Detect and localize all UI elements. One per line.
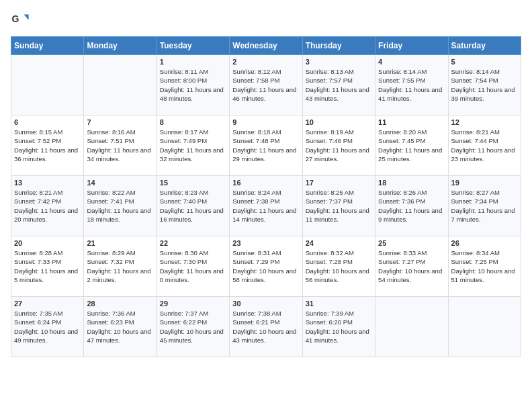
calendar-cell	[448, 297, 521, 357]
day-info: Sunrise: 8:18 AM Sunset: 7:48 PM Dayligh…	[232, 128, 299, 163]
day-info: Sunrise: 8:30 AM Sunset: 7:30 PM Dayligh…	[160, 248, 226, 284]
calendar-cell: 22Sunrise: 8:30 AM Sunset: 7:30 PM Dayli…	[157, 236, 229, 297]
day-info: Sunrise: 7:37 AM Sunset: 6:22 PM Dayligh…	[160, 309, 226, 345]
day-info: Sunrise: 8:32 AM Sunset: 7:28 PM Dayligh…	[306, 248, 372, 284]
svg-marker-1	[24, 15, 29, 20]
calendar-cell: 25Sunrise: 8:33 AM Sunset: 7:27 PM Dayli…	[375, 236, 448, 297]
day-number: 18	[378, 179, 445, 187]
day-info: Sunrise: 8:14 AM Sunset: 7:54 PM Dayligh…	[451, 67, 518, 103]
day-number: 16	[232, 179, 299, 187]
calendar-cell: 19Sunrise: 8:27 AM Sunset: 7:34 PM Dayli…	[448, 176, 521, 236]
calendar-cell: 3Sunrise: 8:13 AM Sunset: 7:57 PM Daylig…	[302, 55, 375, 116]
day-info: Sunrise: 8:20 AM Sunset: 7:45 PM Dayligh…	[378, 128, 445, 163]
day-number: 27	[14, 300, 81, 308]
calendar-cell: 11Sunrise: 8:20 AM Sunset: 7:45 PM Dayli…	[375, 116, 448, 176]
day-info: Sunrise: 8:13 AM Sunset: 7:57 PM Dayligh…	[306, 67, 372, 103]
calendar-cell: 26Sunrise: 8:34 AM Sunset: 7:25 PM Dayli…	[448, 236, 521, 297]
day-info: Sunrise: 7:35 AM Sunset: 6:24 PM Dayligh…	[14, 309, 81, 345]
day-info: Sunrise: 8:15 AM Sunset: 7:52 PM Dayligh…	[14, 128, 81, 163]
day-number: 25	[378, 239, 445, 247]
logo: G	[11, 11, 32, 30]
day-number: 21	[87, 239, 153, 247]
day-number: 6	[14, 118, 81, 126]
day-number: 12	[451, 118, 518, 126]
header-thursday: Thursday	[302, 37, 375, 55]
calendar-cell: 31Sunrise: 7:39 AM Sunset: 6:20 PM Dayli…	[302, 297, 375, 357]
day-number: 28	[87, 300, 153, 308]
calendar-cell: 7Sunrise: 8:16 AM Sunset: 7:51 PM Daylig…	[84, 116, 157, 176]
day-info: Sunrise: 8:21 AM Sunset: 7:42 PM Dayligh…	[14, 188, 81, 224]
calendar-week-row: 20Sunrise: 8:28 AM Sunset: 7:33 PM Dayli…	[11, 236, 521, 297]
calendar-cell: 9Sunrise: 8:18 AM Sunset: 7:48 PM Daylig…	[230, 116, 302, 176]
calendar-cell: 29Sunrise: 7:37 AM Sunset: 6:22 PM Dayli…	[157, 297, 229, 357]
calendar-cell: 13Sunrise: 8:21 AM Sunset: 7:42 PM Dayli…	[11, 176, 84, 236]
day-info: Sunrise: 8:31 AM Sunset: 7:29 PM Dayligh…	[232, 248, 299, 284]
day-number: 10	[306, 118, 372, 126]
calendar-cell: 18Sunrise: 8:26 AM Sunset: 7:36 PM Dayli…	[375, 176, 448, 236]
day-info: Sunrise: 8:19 AM Sunset: 7:46 PM Dayligh…	[306, 128, 372, 163]
day-number: 1	[160, 58, 226, 66]
calendar-cell: 1Sunrise: 8:11 AM Sunset: 8:00 PM Daylig…	[157, 55, 229, 116]
day-info: Sunrise: 8:11 AM Sunset: 8:00 PM Dayligh…	[160, 67, 226, 103]
day-info: Sunrise: 8:25 AM Sunset: 7:37 PM Dayligh…	[306, 188, 372, 224]
calendar-cell: 15Sunrise: 8:23 AM Sunset: 7:40 PM Dayli…	[157, 176, 229, 236]
day-number: 24	[306, 239, 372, 247]
header-tuesday: Tuesday	[157, 37, 229, 55]
day-number: 22	[160, 239, 226, 247]
day-number: 26	[451, 239, 518, 247]
day-info: Sunrise: 8:16 AM Sunset: 7:51 PM Dayligh…	[87, 128, 153, 163]
calendar-cell: 2Sunrise: 8:12 AM Sunset: 7:58 PM Daylig…	[230, 55, 302, 116]
day-number: 30	[232, 300, 299, 308]
calendar-cell: 10Sunrise: 8:19 AM Sunset: 7:46 PM Dayli…	[302, 116, 375, 176]
calendar-header-row: SundayMondayTuesdayWednesdayThursdayFrid…	[11, 37, 521, 55]
calendar-cell	[11, 55, 84, 116]
day-number: 9	[232, 118, 299, 126]
header-saturday: Saturday	[448, 37, 521, 55]
calendar-cell: 16Sunrise: 8:24 AM Sunset: 7:38 PM Dayli…	[230, 176, 302, 236]
header-sunday: Sunday	[11, 37, 84, 55]
header-friday: Friday	[375, 37, 448, 55]
day-number: 13	[14, 179, 81, 187]
day-number: 20	[14, 239, 81, 247]
day-number: 5	[451, 58, 518, 66]
calendar-cell: 24Sunrise: 8:32 AM Sunset: 7:28 PM Dayli…	[302, 236, 375, 297]
header-monday: Monday	[84, 37, 157, 55]
calendar-cell: 20Sunrise: 8:28 AM Sunset: 7:33 PM Dayli…	[11, 236, 84, 297]
day-info: Sunrise: 8:12 AM Sunset: 7:58 PM Dayligh…	[232, 67, 299, 103]
calendar-cell: 28Sunrise: 7:36 AM Sunset: 6:23 PM Dayli…	[84, 297, 157, 357]
day-info: Sunrise: 8:14 AM Sunset: 7:55 PM Dayligh…	[378, 67, 445, 103]
day-info: Sunrise: 8:22 AM Sunset: 7:41 PM Dayligh…	[87, 188, 153, 224]
calendar-week-row: 6Sunrise: 8:15 AM Sunset: 7:52 PM Daylig…	[11, 116, 521, 176]
day-number: 23	[232, 239, 299, 247]
day-number: 3	[306, 58, 372, 66]
day-info: Sunrise: 7:39 AM Sunset: 6:20 PM Dayligh…	[306, 309, 372, 345]
day-number: 7	[87, 118, 153, 126]
day-number: 17	[306, 179, 372, 187]
day-info: Sunrise: 7:36 AM Sunset: 6:23 PM Dayligh…	[87, 309, 153, 345]
calendar-cell: 5Sunrise: 8:14 AM Sunset: 7:54 PM Daylig…	[448, 55, 521, 116]
calendar-cell	[375, 297, 448, 357]
day-number: 4	[378, 58, 445, 66]
day-info: Sunrise: 8:26 AM Sunset: 7:36 PM Dayligh…	[378, 188, 445, 224]
calendar-week-row: 27Sunrise: 7:35 AM Sunset: 6:24 PM Dayli…	[11, 297, 521, 357]
calendar-week-row: 1Sunrise: 8:11 AM Sunset: 8:00 PM Daylig…	[11, 55, 521, 116]
day-info: Sunrise: 7:38 AM Sunset: 6:21 PM Dayligh…	[232, 309, 299, 345]
calendar-cell: 12Sunrise: 8:21 AM Sunset: 7:44 PM Dayli…	[448, 116, 521, 176]
day-number: 11	[378, 118, 445, 126]
day-info: Sunrise: 8:34 AM Sunset: 7:25 PM Dayligh…	[451, 248, 518, 284]
calendar-table: SundayMondayTuesdayWednesdayThursdayFrid…	[11, 36, 521, 357]
calendar-cell: 21Sunrise: 8:29 AM Sunset: 7:32 PM Dayli…	[84, 236, 157, 297]
day-info: Sunrise: 8:27 AM Sunset: 7:34 PM Dayligh…	[451, 188, 518, 224]
logo-icon: G	[11, 11, 30, 30]
calendar-cell: 17Sunrise: 8:25 AM Sunset: 7:37 PM Dayli…	[302, 176, 375, 236]
day-number: 2	[232, 58, 299, 66]
header-wednesday: Wednesday	[230, 37, 302, 55]
day-info: Sunrise: 8:24 AM Sunset: 7:38 PM Dayligh…	[232, 188, 299, 224]
day-number: 31	[306, 300, 372, 308]
calendar-cell: 4Sunrise: 8:14 AM Sunset: 7:55 PM Daylig…	[375, 55, 448, 116]
calendar-week-row: 13Sunrise: 8:21 AM Sunset: 7:42 PM Dayli…	[11, 176, 521, 236]
calendar-cell	[84, 55, 157, 116]
day-number: 29	[160, 300, 226, 308]
svg-text:G: G	[11, 13, 19, 24]
calendar-cell: 6Sunrise: 8:15 AM Sunset: 7:52 PM Daylig…	[11, 116, 84, 176]
